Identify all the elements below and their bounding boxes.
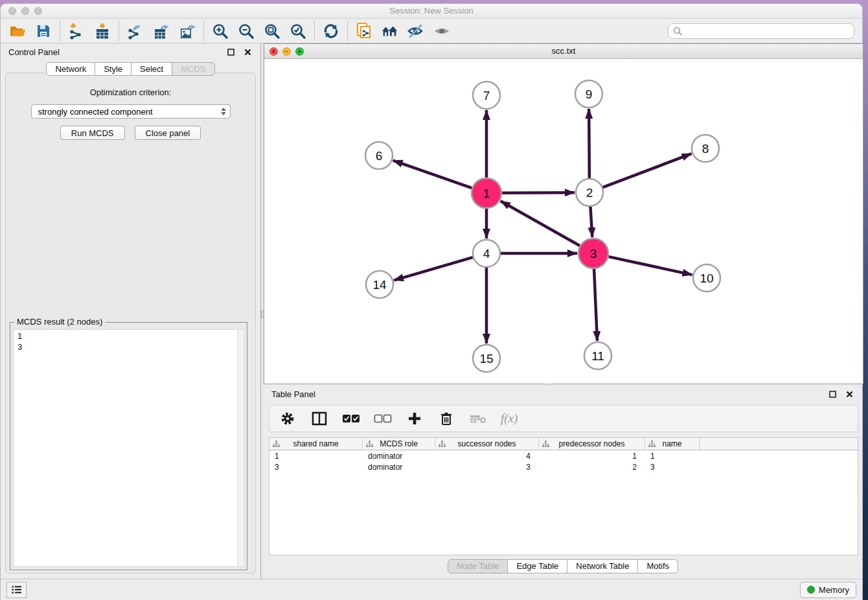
network-maximize-icon[interactable]: + [295,47,304,56]
table-cell[interactable]: 3 [645,463,700,472]
table-panel-title: Table Panel [271,389,821,399]
column-visibility-icon[interactable] [310,410,328,428]
graph-edge-3-10[interactable] [608,257,692,275]
close-panel-button[interactable]: Close panel [135,126,201,140]
delete-column-icon[interactable] [437,410,455,428]
memory-button[interactable]: Memory [800,582,856,598]
result-scrollbar[interactable] [237,330,243,566]
table-cell[interactable]: 3 [269,463,363,472]
table-cell[interactable]: dominator [363,452,435,461]
tab-network-table[interactable]: Network Table [567,559,638,573]
hide-selected-icon[interactable] [407,22,425,40]
close-window-icon[interactable] [8,7,16,15]
graph-node-11[interactable]: 11 [584,342,611,369]
column-header-mcds-role[interactable]: MCDS role [363,438,435,450]
column-header-predecessor-nodes[interactable]: predecessor nodes [539,438,645,450]
run-mcds-button[interactable]: Run MCDS [60,126,125,140]
graph-edge-2-9[interactable] [589,109,589,178]
tab-mcds[interactable]: MCDS [172,62,214,76]
graph-node-7[interactable]: 7 [473,82,500,109]
select-all-icon[interactable] [342,410,360,428]
column-header-successor-nodes[interactable]: successor nodes [435,438,539,450]
svg-text:8: 8 [702,142,709,156]
add-column-icon[interactable] [405,410,424,428]
tab-edge-table[interactable]: Edge Table [508,559,567,573]
search-box[interactable] [668,23,854,39]
float-panel-icon[interactable] [827,389,838,399]
graph-edge-3-1[interactable] [501,201,580,246]
table-cell[interactable]: 3 [435,463,539,472]
apply-layout-icon[interactable] [322,22,340,40]
zoom-in-icon[interactable] [211,22,229,40]
export-table-icon[interactable] [152,22,170,40]
title-bar[interactable]: Session: New Session [1,4,862,19]
graph-edge-1-6[interactable] [393,161,472,188]
network-graph[interactable]: 7968124314101511 [264,59,863,384]
zoom-fit-icon[interactable] [263,22,281,40]
graph-edge-3-11[interactable] [594,269,597,341]
float-panel-icon[interactable] [225,47,236,57]
graph-node-15[interactable]: 15 [473,345,500,372]
mcds-result-box[interactable]: 1 3 [13,329,244,567]
close-panel-icon[interactable] [844,389,854,399]
tab-network[interactable]: Network [46,62,95,76]
control-panel: Control Panel NetworkStyleSelectMCDS Opt… [1,43,260,579]
show-all-icon[interactable] [433,22,451,40]
zoom-window-icon[interactable] [34,7,42,15]
table-cell[interactable]: dominator [363,463,435,472]
tab-select[interactable]: Select [131,62,172,76]
node-table[interactable]: shared nameMCDS rolesuccessor nodesprede… [269,437,858,555]
window-title: Session: New Session [1,4,862,18]
graph-edge-2-8[interactable] [603,154,692,187]
graph-node-14[interactable]: 14 [366,271,393,298]
tab-node-table[interactable]: Node Table [448,559,508,573]
open-file-icon[interactable] [8,22,27,40]
graph-node-2[interactable]: 2 [576,179,603,206]
window-controls[interactable] [8,7,42,15]
table-cell[interactable]: 1 [269,452,363,461]
import-network-icon[interactable] [67,22,86,40]
table-cell[interactable]: 2 [539,463,645,472]
column-header-shared-name[interactable]: shared name [269,438,363,450]
export-image-icon[interactable] [178,22,196,40]
tab-style[interactable]: Style [95,62,131,76]
graph-node-8[interactable]: 8 [692,135,719,162]
minimize-window-icon[interactable] [21,7,29,15]
column-header-name[interactable]: name [645,438,700,450]
deselect-all-icon[interactable] [374,410,392,428]
table-cell[interactable]: 1 [645,452,700,461]
tab-motifs[interactable]: Motifs [638,559,678,573]
network-minimize-icon[interactable]: − [282,47,291,56]
network-window-titlebar[interactable]: × − + scc.txt [264,44,863,59]
graph-node-1[interactable]: 1 [472,178,501,208]
task-history-button[interactable] [6,582,27,598]
graph-node-3[interactable]: 3 [578,238,608,268]
network-canvas[interactable]: 7968124314101511 [264,59,863,384]
toolbar-separator [347,21,348,41]
table-row[interactable]: 3dominator323 [269,461,858,472]
table-header-row: shared nameMCDS rolesuccessor nodesprede… [269,438,858,450]
table-cell[interactable]: 4 [435,452,539,461]
clone-network-icon[interactable] [355,22,373,40]
network-close-icon[interactable]: × [269,47,278,56]
first-neighbors-icon[interactable] [381,22,399,40]
graph-edge-4-14[interactable] [394,257,473,280]
export-network-icon[interactable] [126,22,144,40]
graph-node-10[interactable]: 10 [693,264,720,292]
table-row[interactable]: 1dominator411 [269,450,858,461]
graph-node-9[interactable]: 9 [575,80,602,108]
table-options-gear-icon[interactable] [279,410,297,428]
search-input[interactable] [685,26,849,36]
zoom-out-icon[interactable] [237,22,255,40]
table-cell[interactable]: 1 [539,452,645,461]
graph-edge-1-2[interactable] [502,192,575,193]
save-session-icon[interactable] [34,22,52,40]
zoom-selected-icon[interactable] [289,22,307,40]
graph-node-6[interactable]: 6 [365,142,393,169]
import-table-icon[interactable] [93,22,111,40]
close-panel-icon[interactable] [242,47,253,57]
status-bar: Memory [1,579,862,600]
graph-node-4[interactable]: 4 [473,240,500,267]
optimization-criterion-select[interactable]: strongly connected component [31,104,231,119]
graph-edge-2-3[interactable] [590,207,592,237]
